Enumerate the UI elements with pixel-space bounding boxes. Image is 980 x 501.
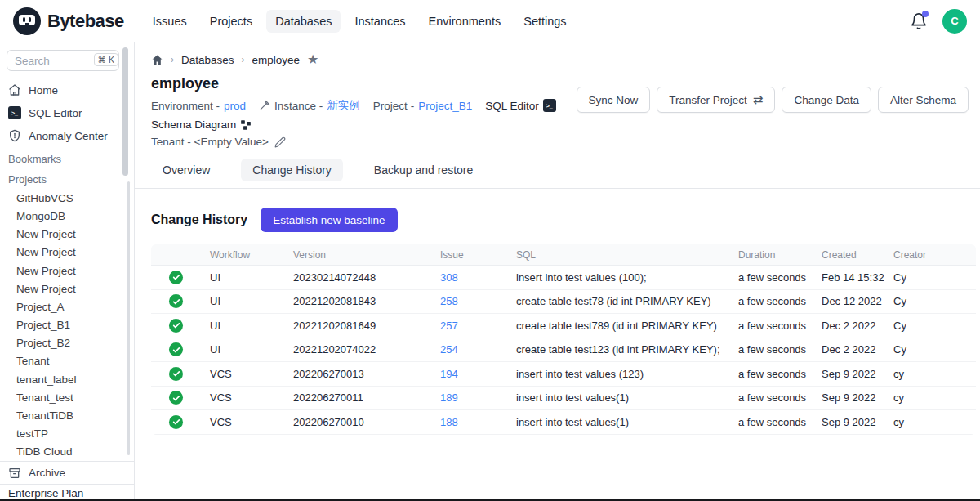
sidebar-project-item[interactable]: Project_B1: [0, 315, 134, 333]
nav-item[interactable]: Settings: [514, 10, 575, 33]
sidebar-scrollbar[interactable]: [122, 47, 128, 176]
sidebar-item-anomaly-center[interactable]: Anomaly Center: [0, 124, 134, 147]
table-row[interactable]: VCS 202206270010 188 insert into test va…: [151, 410, 976, 435]
sidebar-projects-list: GitHubVCS MongoDB New Project New Projec…: [0, 189, 134, 461]
alter-schema-button[interactable]: Alter Schema: [878, 87, 969, 113]
table-row[interactable]: UI 20221202081843 258 create table test7…: [151, 290, 976, 315]
tenant-meta: Tenant - <Empty Value>: [151, 136, 969, 148]
breadcrumb-employee[interactable]: employee: [252, 54, 301, 66]
table-row[interactable]: UI 20230214072448 308 insert into test v…: [151, 266, 976, 290]
sidebar-project-item[interactable]: Project_A: [0, 297, 134, 315]
cell-version: 20221202081649: [293, 320, 440, 332]
sidebar-project-item[interactable]: GitHubVCS: [0, 189, 134, 207]
table-row[interactable]: UI 20221202081649 257 create table test7…: [151, 314, 976, 338]
column-duration: Duration: [738, 249, 822, 261]
breadcrumb-separator: ›: [242, 54, 245, 65]
terminal-icon: >_: [543, 99, 556, 112]
tab[interactable]: Change History: [241, 159, 343, 181]
environment-link[interactable]: prod: [224, 100, 246, 112]
cell-duration: a few seconds: [738, 391, 822, 404]
sidebar-item-archive[interactable]: Archive: [0, 461, 134, 484]
breadcrumb-databases[interactable]: Databases: [181, 54, 234, 66]
sidebar-project-item[interactable]: Project_B2: [0, 334, 134, 352]
sql-editor-link[interactable]: SQL Editor >_: [485, 99, 556, 112]
change-data-button[interactable]: Change Data: [782, 87, 871, 113]
sync-now-button[interactable]: Sync Now: [577, 87, 651, 113]
sidebar-project-item[interactable]: tenant_label: [0, 370, 134, 388]
nav-item[interactable]: Instances: [345, 10, 414, 33]
brand-name: Bytebase: [47, 11, 124, 32]
issue-link[interactable]: 257: [440, 320, 516, 332]
column-workflow: Workflow: [210, 249, 293, 261]
cell-version: 20221202081843: [293, 295, 440, 307]
table-row[interactable]: VCS 202206270011 189 insert into test va…: [151, 387, 976, 411]
cell-duration: a few seconds: [738, 368, 822, 380]
home-breadcrumb-icon[interactable]: [151, 54, 163, 66]
nav-item[interactable]: Databases: [266, 10, 341, 33]
cell-sql: insert into test values (100);: [516, 271, 738, 284]
archive-icon: [8, 467, 21, 480]
cell-version: 202206270013: [293, 368, 440, 380]
cell-workflow: VCS: [210, 416, 293, 428]
top-navbar: Bytebase Issues Projects Databases Insta…: [0, 0, 980, 42]
cell-version: 202206270010: [293, 416, 440, 428]
sidebar-item-sql-editor[interactable]: >_ SQL Editor: [0, 101, 134, 124]
schema-diagram-icon: [240, 119, 252, 131]
nav-item[interactable]: Issues: [144, 10, 196, 33]
success-check-icon: [169, 294, 183, 308]
issue-link[interactable]: 194: [440, 368, 516, 380]
tenant-label: Tenant - <Empty Value>: [151, 136, 269, 148]
cell-creator: Cy: [893, 343, 976, 356]
sidebar-item-label: Anomaly Center: [29, 130, 108, 142]
notification-bell-icon[interactable]: [910, 12, 928, 30]
issue-link[interactable]: 254: [440, 343, 516, 356]
sidebar-project-item[interactable]: New Project: [0, 262, 134, 280]
cell-workflow: UI: [210, 295, 293, 307]
issue-link[interactable]: 188: [440, 416, 516, 428]
sidebar-project-item[interactable]: New Project: [0, 244, 134, 262]
transfer-project-button[interactable]: Transfer Project ⇄: [657, 87, 775, 113]
sidebar-project-item[interactable]: Tenant: [0, 352, 134, 370]
sidebar-project-item[interactable]: New Project: [0, 226, 134, 244]
table-row[interactable]: UI 20221202074022 254 create table test1…: [151, 338, 976, 363]
sidebar-item-home[interactable]: Home: [0, 78, 134, 101]
edit-pencil-icon[interactable]: [274, 136, 286, 148]
section-title: Change History: [151, 212, 247, 227]
table-header: Workflow Version Issue SQL Duration Crea…: [151, 244, 976, 266]
project-link[interactable]: Project_B1: [418, 100, 472, 112]
sidebar-project-item[interactable]: TiDB Cloud: [0, 443, 134, 461]
instance-link[interactable]: 新实例: [327, 98, 360, 113]
sidebar-project-item[interactable]: New Project: [0, 280, 134, 297]
cell-created: Sep 9 2022: [822, 368, 893, 380]
projects-scrollbar[interactable]: [127, 181, 130, 455]
favorite-star-icon[interactable]: ★: [307, 53, 318, 66]
tab[interactable]: Backup and restore: [363, 159, 484, 181]
bytebase-logo[interactable]: Bytebase: [13, 7, 124, 35]
cell-status: [151, 271, 210, 284]
establish-baseline-button[interactable]: Establish new baseline: [261, 208, 397, 232]
table-row[interactable]: VCS 202206270013 194 insert into test va…: [151, 362, 976, 387]
issue-link[interactable]: 189: [440, 391, 516, 404]
instance-label: Instance -: [274, 100, 323, 112]
column-sql: SQL: [516, 249, 738, 261]
environment-label: Environment -: [151, 100, 220, 112]
tab-divider: [135, 188, 980, 189]
cell-workflow: VCS: [210, 368, 293, 380]
tab[interactable]: Overview: [151, 159, 221, 181]
sidebar-project-item[interactable]: Tenant_test: [0, 388, 134, 406]
cell-workflow: UI: [210, 343, 293, 356]
sidebar-project-item[interactable]: TenantTiDB: [0, 406, 134, 424]
sidebar-project-item[interactable]: testTP: [0, 425, 134, 443]
project-label: Project -: [373, 100, 414, 112]
cell-creator: Cy: [893, 320, 976, 332]
issue-link[interactable]: 308: [440, 271, 516, 284]
cell-creator: Cy: [893, 271, 976, 284]
user-avatar[interactable]: C: [942, 9, 967, 34]
nav-item[interactable]: Environments: [420, 10, 510, 33]
schema-diagram-link[interactable]: Schema Diagram: [151, 119, 252, 131]
projects-section-label: Projects: [0, 171, 134, 190]
sidebar-project-item[interactable]: MongoDB: [0, 207, 134, 225]
issue-link[interactable]: 258: [440, 295, 516, 307]
cell-workflow: UI: [210, 271, 293, 284]
nav-item[interactable]: Projects: [201, 10, 261, 33]
